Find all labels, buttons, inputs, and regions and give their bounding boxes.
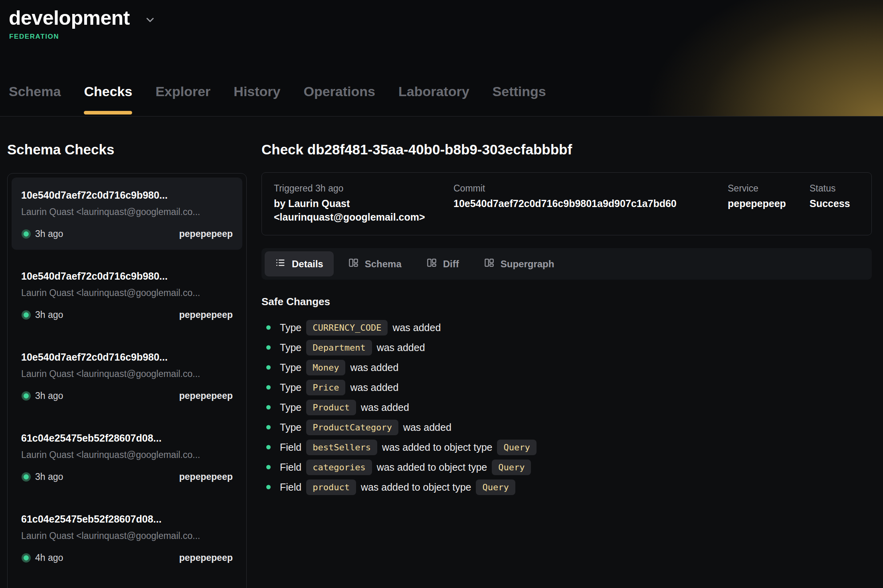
- change-suffix: was added to object type: [382, 442, 493, 453]
- tab-operations[interactable]: Operations: [303, 84, 375, 116]
- view-tab-label: Details: [292, 258, 323, 270]
- check-hash: 10e540d7aef72c0d716c9b980...: [21, 269, 233, 283]
- commit-label: Commit: [453, 182, 728, 194]
- check-author: Laurin Quast <laurinquast@googlemail.co.…: [21, 448, 233, 461]
- status-dot-icon: [24, 474, 29, 479]
- check-author: Laurin Quast <laurinquast@googlemail.co.…: [21, 529, 233, 542]
- columns-icon: [426, 257, 437, 270]
- check-author: Laurin Quast <laurinquast@googlemail.co.…: [21, 367, 233, 380]
- summary-status: Status Success: [810, 182, 859, 224]
- check-time: 3h ago: [35, 472, 63, 482]
- change-prefix: Type: [280, 382, 301, 393]
- change-prefix: Type: [280, 362, 301, 373]
- tab-explorer[interactable]: Explorer: [155, 84, 210, 116]
- view-tab-label: Supergraph: [501, 258, 554, 270]
- change-suffix: was added to object type: [377, 462, 487, 473]
- view-tab-schema[interactable]: Schema: [338, 251, 412, 276]
- triggered-by: by Laurin Quast <laurinquast@googlemail.…: [274, 197, 453, 224]
- workspace-selector[interactable]: development: [0, 0, 883, 30]
- status-label: Status: [810, 182, 859, 194]
- change-code-badge: Department: [306, 340, 372, 355]
- check-service: pepepepeep: [179, 472, 233, 482]
- tab-settings[interactable]: Settings: [493, 84, 546, 116]
- commit-hash: 10e540d7aef72c0d716c9b9801a9d907c1a7bd60: [453, 197, 728, 210]
- change-prefix: Type: [280, 402, 301, 413]
- checks-list: 10e540d7aef72c0d716c9b980... Laurin Quas…: [7, 173, 247, 588]
- summary-triggered: Triggered 3h ago by Laurin Quast <laurin…: [274, 182, 453, 224]
- list-icon: [275, 257, 286, 270]
- service-name: pepepepeep: [728, 197, 810, 210]
- check-list-item[interactable]: 61c04e25475eb52f28607d08... Laurin Quast…: [12, 501, 242, 574]
- change-suffix: was added: [361, 402, 409, 413]
- tab-schema[interactable]: Schema: [9, 84, 61, 116]
- tab-history[interactable]: History: [234, 84, 280, 116]
- workspace-title: development: [9, 6, 130, 30]
- change-prefix: Type: [280, 342, 301, 353]
- check-summary-card: Triggered 3h ago by Laurin Quast <laurin…: [261, 172, 872, 235]
- check-list-item[interactable]: 10e540d7aef72c0d716c9b980... Laurin Quas…: [12, 178, 242, 250]
- chevron-down-icon[interactable]: [144, 14, 156, 28]
- view-tab-label: Schema: [365, 258, 402, 270]
- tab-laboratory[interactable]: Laboratory: [398, 84, 469, 116]
- check-service: pepepepeep: [179, 391, 233, 401]
- check-hash: 10e540d7aef72c0d716c9b980...: [21, 350, 233, 364]
- change-code-badge: Product: [306, 400, 356, 415]
- columns-icon: [484, 257, 495, 270]
- app-header: development FEDERATION Schema Checks Exp…: [0, 0, 883, 116]
- change-item: Type ProductCategory was added: [261, 418, 872, 436]
- change-code-badge: Money: [306, 360, 345, 375]
- change-suffix: was added: [403, 422, 451, 433]
- check-author: Laurin Quast <laurinquast@googlemail.co.…: [21, 286, 233, 299]
- check-detail: Check db28f481-35aa-40b0-b8b9-303ecfabbb…: [261, 116, 872, 588]
- change-code-badge: Query: [497, 440, 536, 455]
- status-dot-icon: [24, 231, 29, 237]
- content: Schema Checks 10e540d7aef72c0d716c9b980.…: [0, 116, 883, 588]
- check-hash: 10e540d7aef72c0d716c9b980...: [21, 188, 233, 202]
- change-prefix: Type: [280, 422, 301, 433]
- check-author: Laurin Quast <laurinquast@googlemail.co.…: [21, 205, 233, 218]
- check-service: pepepepeep: [179, 310, 233, 320]
- check-time: 3h ago: [35, 391, 63, 401]
- tab-checks[interactable]: Checks: [84, 84, 132, 116]
- triggered-label: Triggered 3h ago: [274, 182, 453, 194]
- check-list-item[interactable]: 10e540d7aef72c0d716c9b980... Laurin Quas…: [12, 339, 242, 412]
- change-item: Type CURRENCY_CODE was added: [261, 318, 872, 337]
- change-suffix: was added: [350, 362, 398, 373]
- change-item: Type Money was added: [261, 358, 872, 377]
- change-suffix: was added to object type: [361, 481, 471, 493]
- change-code-badge: categories: [306, 460, 372, 475]
- change-item: Field product was added to object type Q…: [261, 478, 872, 496]
- check-service: pepepepeep: [179, 552, 233, 563]
- change-prefix: Type: [280, 322, 301, 333]
- change-prefix: Field: [280, 442, 301, 453]
- view-tab-supergraph[interactable]: Supergraph: [473, 251, 565, 276]
- check-time: 3h ago: [35, 229, 63, 239]
- view-tab-details[interactable]: Details: [265, 251, 334, 276]
- check-hash: 61c04e25475eb52f28607d08...: [21, 431, 233, 445]
- columns-icon: [348, 257, 359, 270]
- summary-service: Service pepepepeep: [728, 182, 810, 224]
- status-dot-icon: [24, 312, 29, 318]
- check-list-item[interactable]: 10e540d7aef72c0d716c9b980... Laurin Quas…: [12, 258, 242, 331]
- view-tab-label: Diff: [443, 258, 459, 270]
- change-item: Field categories was added to object typ…: [261, 458, 872, 476]
- change-item: Field bestSellers was added to object ty…: [261, 438, 872, 456]
- change-prefix: Field: [280, 462, 301, 473]
- change-code-badge: bestSellers: [306, 440, 377, 455]
- schema-checks-sidebar: Schema Checks 10e540d7aef72c0d716c9b980.…: [7, 116, 247, 588]
- change-code-badge: CURRENCY_CODE: [306, 320, 388, 335]
- check-service: pepepepeep: [179, 229, 233, 239]
- check-time: 3h ago: [35, 310, 63, 320]
- change-item: Type Product was added: [261, 398, 872, 416]
- change-code-badge: Price: [306, 380, 345, 395]
- check-list-item[interactable]: 61c04e25475eb52f28607d08... Laurin Quast…: [12, 420, 242, 493]
- status-dot-icon: [24, 555, 29, 560]
- main-nav-tabs: Schema Checks Explorer History Operation…: [9, 84, 546, 116]
- status-dot-icon: [24, 393, 29, 399]
- change-item: Type Price was added: [261, 378, 872, 397]
- sidebar-title: Schema Checks: [7, 141, 247, 158]
- service-label: Service: [728, 182, 810, 194]
- change-code-badge: Query: [476, 479, 515, 495]
- change-prefix: Field: [280, 481, 301, 493]
- view-tab-diff[interactable]: Diff: [416, 251, 469, 276]
